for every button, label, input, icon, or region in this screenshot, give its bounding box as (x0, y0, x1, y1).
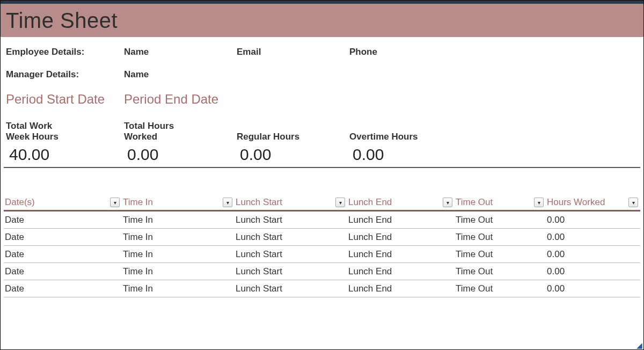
time-in-cell[interactable]: Time In (122, 283, 235, 294)
filter-button[interactable]: ▾ (534, 198, 544, 207)
hours-worked-cell[interactable]: 0.00 (546, 283, 640, 294)
label-line: Regular Hours (237, 132, 349, 142)
lunch-end-cell[interactable]: Lunch End (347, 232, 455, 243)
time-out-cell[interactable]: Time Out (455, 215, 546, 225)
time-out-cell[interactable]: Time Out (455, 266, 546, 277)
filter-button[interactable]: ▾ (335, 198, 345, 207)
totals-header: Total Work Week Hours Total Hours Worked… (1, 109, 643, 142)
header-label: Time Out (456, 197, 493, 208)
label-line: Week Hours (6, 132, 124, 142)
period-start-label[interactable]: Period Start Date (6, 92, 124, 107)
employee-phone-field[interactable]: Phone (349, 47, 462, 57)
header-hours-worked[interactable]: Hours Worked ▾ (546, 195, 640, 210)
label-line: Total Hours (124, 121, 237, 132)
table-row: DateTime InLunch StartLunch EndTime Out0… (4, 212, 640, 229)
overtime-hours-value: 0.00 (353, 145, 465, 164)
regular-hours-value: 0.00 (240, 145, 353, 164)
filter-button[interactable]: ▾ (628, 198, 638, 207)
hours-worked-cell[interactable]: 0.00 (546, 215, 640, 225)
label-line: Worked (124, 132, 237, 142)
label-line: Overtime Hours (349, 132, 462, 142)
timesheet-document: Time Sheet Employee Details: Name Email … (0, 0, 644, 350)
header-date[interactable]: Date(s) ▾ (4, 195, 122, 210)
date-cell[interactable]: Date (4, 232, 122, 243)
details-section: Employee Details: Name Email Phone Manag… (1, 37, 643, 80)
employee-name-field[interactable]: Name (124, 47, 237, 57)
lunch-start-cell[interactable]: Lunch Start (235, 215, 347, 225)
filter-button[interactable]: ▾ (443, 198, 452, 207)
total-hours-worked-label: Total Hours Worked (124, 121, 237, 142)
manager-name-field[interactable]: Name (124, 69, 237, 80)
filter-button[interactable]: ▾ (110, 198, 120, 207)
label-line: Total Work (6, 121, 124, 132)
totals-values: 40.00 0.00 0.00 0.00 (4, 142, 640, 168)
table-row: DateTime InLunch StartLunch EndTime Out0… (4, 263, 640, 280)
header-label: Lunch Start (236, 197, 282, 208)
lunch-start-cell[interactable]: Lunch Start (235, 266, 347, 277)
employee-details-label: Employee Details: (6, 47, 124, 57)
table-row: DateTime InLunch StartLunch EndTime Out0… (4, 280, 640, 297)
header-label: Hours Worked (547, 197, 605, 208)
employee-row: Employee Details: Name Email Phone (6, 47, 638, 57)
table-body: DateTime InLunch StartLunch EndTime Out0… (4, 212, 640, 297)
table-row: DateTime InLunch StartLunch EndTime Out0… (4, 246, 640, 263)
timesheet-table: Date(s) ▾ Time In ▾ Lunch Start ▾ Lunch … (4, 195, 640, 297)
lunch-start-cell[interactable]: Lunch Start (235, 232, 347, 243)
header-lunch-end[interactable]: Lunch End ▾ (347, 195, 455, 210)
time-in-cell[interactable]: Time In (122, 232, 235, 243)
date-cell[interactable]: Date (4, 215, 122, 225)
time-out-cell[interactable]: Time Out (455, 249, 546, 260)
header-label: Lunch End (348, 197, 392, 208)
table-header-row: Date(s) ▾ Time In ▾ Lunch Start ▾ Lunch … (4, 195, 640, 212)
period-end-label[interactable]: Period End Date (124, 92, 237, 107)
time-in-cell[interactable]: Time In (122, 249, 235, 260)
lunch-end-cell[interactable]: Lunch End (347, 215, 455, 225)
header-time-in[interactable]: Time In ▾ (122, 195, 235, 210)
time-out-cell[interactable]: Time Out (455, 232, 546, 243)
filter-button[interactable]: ▾ (223, 198, 232, 207)
time-out-cell[interactable]: Time Out (455, 283, 546, 294)
date-cell[interactable]: Date (4, 266, 122, 277)
regular-hours-label: Regular Hours (237, 121, 349, 142)
page-title: Time Sheet (6, 9, 118, 33)
hours-worked-cell[interactable]: 0.00 (546, 232, 640, 243)
hours-worked-cell[interactable]: 0.00 (546, 249, 640, 260)
table-row: DateTime InLunch StartLunch EndTime Out0… (4, 229, 640, 246)
lunch-end-cell[interactable]: Lunch End (347, 249, 455, 260)
period-row: Period Start Date Period End Date (1, 92, 643, 109)
total-hours-worked-value: 0.00 (127, 145, 240, 164)
time-in-cell[interactable]: Time In (122, 266, 235, 277)
total-work-week-value[interactable]: 40.00 (9, 145, 127, 164)
total-work-week-label: Total Work Week Hours (6, 121, 124, 142)
header-lunch-start[interactable]: Lunch Start ▾ (235, 195, 347, 210)
lunch-start-cell[interactable]: Lunch Start (235, 249, 347, 260)
header-label: Date(s) (5, 197, 35, 208)
header-time-out[interactable]: Time Out ▾ (455, 195, 546, 210)
table-resize-handle[interactable]: ◢ (636, 342, 642, 348)
hours-worked-cell[interactable]: 0.00 (546, 266, 640, 277)
date-cell[interactable]: Date (4, 283, 122, 294)
overtime-hours-label: Overtime Hours (349, 121, 462, 142)
employee-email-field[interactable]: Email (237, 47, 349, 57)
date-cell[interactable]: Date (4, 249, 122, 260)
time-in-cell[interactable]: Time In (122, 215, 235, 225)
manager-details-label: Manager Details: (6, 69, 124, 80)
lunch-start-cell[interactable]: Lunch Start (235, 283, 347, 294)
lunch-end-cell[interactable]: Lunch End (347, 283, 455, 294)
lunch-end-cell[interactable]: Lunch End (347, 266, 455, 277)
manager-row: Manager Details: Name (6, 69, 638, 80)
header-label: Time In (123, 197, 153, 208)
title-bar: Time Sheet (1, 4, 643, 37)
